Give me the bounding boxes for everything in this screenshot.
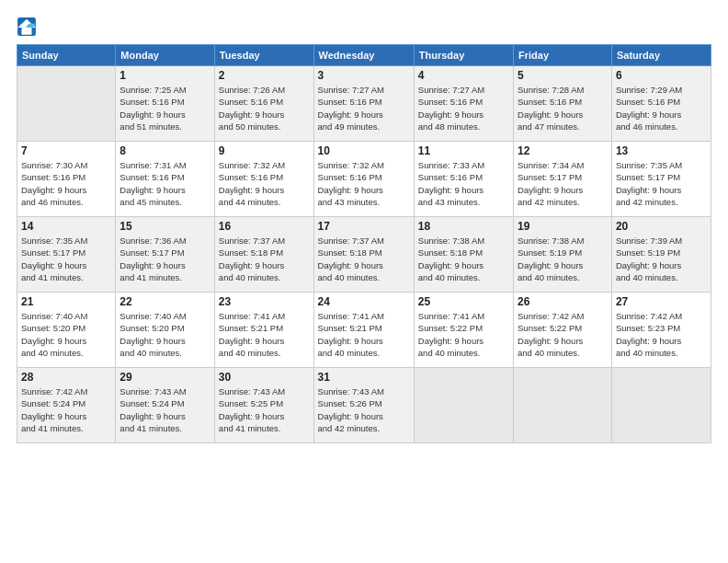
day-info: Sunrise: 7:28 AM Sunset: 5:16 PM Dayligh… bbox=[518, 84, 608, 132]
day-info: Sunrise: 7:39 AM Sunset: 5:19 PM Dayligh… bbox=[616, 235, 707, 283]
day-info: Sunrise: 7:41 AM Sunset: 5:21 PM Dayligh… bbox=[318, 310, 410, 359]
calendar-cell bbox=[17, 66, 116, 142]
calendar-week-1: 1Sunrise: 7:25 AM Sunset: 5:16 PM Daylig… bbox=[17, 66, 711, 142]
day-number: 21 bbox=[21, 295, 111, 308]
calendar-cell: 30Sunrise: 7:43 AM Sunset: 5:25 PM Dayli… bbox=[214, 368, 313, 443]
day-info: Sunrise: 7:38 AM Sunset: 5:19 PM Dayligh… bbox=[518, 235, 608, 283]
calendar-cell: 26Sunrise: 7:42 AM Sunset: 5:22 PM Dayli… bbox=[514, 293, 612, 368]
day-number: 13 bbox=[616, 144, 707, 157]
day-number: 20 bbox=[616, 220, 707, 233]
day-info: Sunrise: 7:31 AM Sunset: 5:16 PM Dayligh… bbox=[119, 159, 210, 208]
weekday-header-sunday: Sunday bbox=[17, 45, 116, 66]
day-number: 2 bbox=[219, 69, 310, 82]
calendar-cell: 13Sunrise: 7:35 AM Sunset: 5:17 PM Dayli… bbox=[611, 142, 711, 217]
day-info: Sunrise: 7:30 AM Sunset: 5:16 PM Dayligh… bbox=[21, 159, 111, 208]
day-number: 5 bbox=[518, 69, 608, 82]
calendar-cell: 31Sunrise: 7:43 AM Sunset: 5:26 PM Dayli… bbox=[313, 368, 414, 443]
day-number: 10 bbox=[318, 144, 410, 157]
calendar-cell bbox=[514, 368, 612, 443]
calendar-cell: 29Sunrise: 7:43 AM Sunset: 5:24 PM Dayli… bbox=[116, 368, 215, 443]
calendar-week-5: 28Sunrise: 7:42 AM Sunset: 5:24 PM Dayli… bbox=[17, 368, 711, 443]
day-info: Sunrise: 7:43 AM Sunset: 5:24 PM Dayligh… bbox=[119, 385, 210, 434]
day-number: 1 bbox=[119, 69, 210, 82]
day-info: Sunrise: 7:34 AM Sunset: 5:17 PM Dayligh… bbox=[518, 159, 608, 208]
calendar-week-3: 14Sunrise: 7:35 AM Sunset: 5:17 PM Dayli… bbox=[17, 217, 711, 293]
header bbox=[17, 17, 711, 37]
day-number: 23 bbox=[219, 295, 310, 308]
calendar-cell: 8Sunrise: 7:31 AM Sunset: 5:16 PM Daylig… bbox=[116, 142, 215, 217]
day-number: 26 bbox=[518, 295, 608, 308]
day-number: 29 bbox=[119, 371, 210, 384]
calendar-cell: 27Sunrise: 7:42 AM Sunset: 5:23 PM Dayli… bbox=[611, 293, 711, 368]
day-number: 31 bbox=[318, 371, 410, 384]
calendar-cell: 11Sunrise: 7:33 AM Sunset: 5:16 PM Dayli… bbox=[414, 142, 513, 217]
day-info: Sunrise: 7:41 AM Sunset: 5:21 PM Dayligh… bbox=[219, 310, 310, 359]
logo-icon bbox=[17, 17, 37, 37]
day-info: Sunrise: 7:37 AM Sunset: 5:18 PM Dayligh… bbox=[318, 235, 410, 283]
day-info: Sunrise: 7:27 AM Sunset: 5:16 PM Dayligh… bbox=[418, 84, 509, 132]
logo bbox=[17, 17, 40, 37]
calendar-cell: 15Sunrise: 7:36 AM Sunset: 5:17 PM Dayli… bbox=[116, 217, 215, 293]
day-number: 4 bbox=[418, 69, 509, 82]
day-number: 15 bbox=[119, 220, 210, 233]
day-info: Sunrise: 7:25 AM Sunset: 5:16 PM Dayligh… bbox=[119, 84, 210, 132]
day-number: 19 bbox=[518, 220, 608, 233]
day-info: Sunrise: 7:27 AM Sunset: 5:16 PM Dayligh… bbox=[318, 84, 410, 132]
day-info: Sunrise: 7:38 AM Sunset: 5:18 PM Dayligh… bbox=[418, 235, 509, 283]
calendar-cell: 9Sunrise: 7:32 AM Sunset: 5:16 PM Daylig… bbox=[214, 142, 313, 217]
day-info: Sunrise: 7:40 AM Sunset: 5:20 PM Dayligh… bbox=[119, 310, 210, 359]
day-info: Sunrise: 7:41 AM Sunset: 5:22 PM Dayligh… bbox=[418, 310, 509, 359]
day-info: Sunrise: 7:35 AM Sunset: 5:17 PM Dayligh… bbox=[616, 159, 707, 208]
calendar-cell: 23Sunrise: 7:41 AM Sunset: 5:21 PM Dayli… bbox=[214, 293, 313, 368]
day-info: Sunrise: 7:32 AM Sunset: 5:16 PM Dayligh… bbox=[318, 159, 410, 208]
calendar-cell: 20Sunrise: 7:39 AM Sunset: 5:19 PM Dayli… bbox=[611, 217, 711, 293]
day-number: 25 bbox=[418, 295, 509, 308]
calendar-cell: 7Sunrise: 7:30 AM Sunset: 5:16 PM Daylig… bbox=[17, 142, 116, 217]
calendar-cell: 6Sunrise: 7:29 AM Sunset: 5:16 PM Daylig… bbox=[611, 66, 711, 142]
weekday-header-friday: Friday bbox=[514, 45, 612, 66]
day-number: 24 bbox=[318, 295, 410, 308]
day-info: Sunrise: 7:42 AM Sunset: 5:23 PM Dayligh… bbox=[616, 310, 707, 359]
day-info: Sunrise: 7:40 AM Sunset: 5:20 PM Dayligh… bbox=[21, 310, 111, 359]
day-info: Sunrise: 7:43 AM Sunset: 5:26 PM Dayligh… bbox=[318, 385, 410, 434]
calendar-cell: 10Sunrise: 7:32 AM Sunset: 5:16 PM Dayli… bbox=[313, 142, 414, 217]
day-number: 22 bbox=[119, 295, 210, 308]
page: SundayMondayTuesdayWednesdayThursdayFrid… bbox=[0, 0, 728, 563]
day-number: 28 bbox=[21, 371, 111, 384]
calendar-cell: 14Sunrise: 7:35 AM Sunset: 5:17 PM Dayli… bbox=[17, 217, 116, 293]
calendar-cell: 21Sunrise: 7:40 AM Sunset: 5:20 PM Dayli… bbox=[17, 293, 116, 368]
day-number: 7 bbox=[21, 144, 111, 157]
calendar-table: SundayMondayTuesdayWednesdayThursdayFrid… bbox=[17, 44, 711, 443]
calendar-cell: 18Sunrise: 7:38 AM Sunset: 5:18 PM Dayli… bbox=[414, 217, 513, 293]
weekday-header-saturday: Saturday bbox=[611, 45, 711, 66]
calendar-cell: 1Sunrise: 7:25 AM Sunset: 5:16 PM Daylig… bbox=[116, 66, 215, 142]
calendar-cell: 3Sunrise: 7:27 AM Sunset: 5:16 PM Daylig… bbox=[313, 66, 414, 142]
day-info: Sunrise: 7:36 AM Sunset: 5:17 PM Dayligh… bbox=[119, 235, 210, 283]
weekday-header-monday: Monday bbox=[116, 45, 215, 66]
day-number: 11 bbox=[418, 144, 509, 157]
day-number: 18 bbox=[418, 220, 509, 233]
day-number: 3 bbox=[318, 69, 410, 82]
calendar-cell: 24Sunrise: 7:41 AM Sunset: 5:21 PM Dayli… bbox=[313, 293, 414, 368]
day-info: Sunrise: 7:33 AM Sunset: 5:16 PM Dayligh… bbox=[418, 159, 509, 208]
day-info: Sunrise: 7:42 AM Sunset: 5:22 PM Dayligh… bbox=[518, 310, 608, 359]
calendar-cell: 28Sunrise: 7:42 AM Sunset: 5:24 PM Dayli… bbox=[17, 368, 116, 443]
calendar-cell: 22Sunrise: 7:40 AM Sunset: 5:20 PM Dayli… bbox=[116, 293, 215, 368]
day-info: Sunrise: 7:42 AM Sunset: 5:24 PM Dayligh… bbox=[21, 385, 111, 434]
calendar-cell: 12Sunrise: 7:34 AM Sunset: 5:17 PM Dayli… bbox=[514, 142, 612, 217]
day-info: Sunrise: 7:43 AM Sunset: 5:25 PM Dayligh… bbox=[219, 385, 310, 434]
day-info: Sunrise: 7:37 AM Sunset: 5:18 PM Dayligh… bbox=[219, 235, 310, 283]
day-number: 6 bbox=[616, 69, 707, 82]
day-number: 16 bbox=[219, 220, 310, 233]
calendar-cell bbox=[414, 368, 513, 443]
day-number: 8 bbox=[119, 144, 210, 157]
day-number: 17 bbox=[318, 220, 410, 233]
calendar-cell: 16Sunrise: 7:37 AM Sunset: 5:18 PM Dayli… bbox=[214, 217, 313, 293]
calendar-cell: 25Sunrise: 7:41 AM Sunset: 5:22 PM Dayli… bbox=[414, 293, 513, 368]
day-info: Sunrise: 7:26 AM Sunset: 5:16 PM Dayligh… bbox=[219, 84, 310, 132]
calendar-week-4: 21Sunrise: 7:40 AM Sunset: 5:20 PM Dayli… bbox=[17, 293, 711, 368]
day-info: Sunrise: 7:35 AM Sunset: 5:17 PM Dayligh… bbox=[21, 235, 111, 283]
day-info: Sunrise: 7:29 AM Sunset: 5:16 PM Dayligh… bbox=[616, 84, 707, 132]
calendar-cell: 17Sunrise: 7:37 AM Sunset: 5:18 PM Dayli… bbox=[313, 217, 414, 293]
day-number: 14 bbox=[21, 220, 111, 233]
